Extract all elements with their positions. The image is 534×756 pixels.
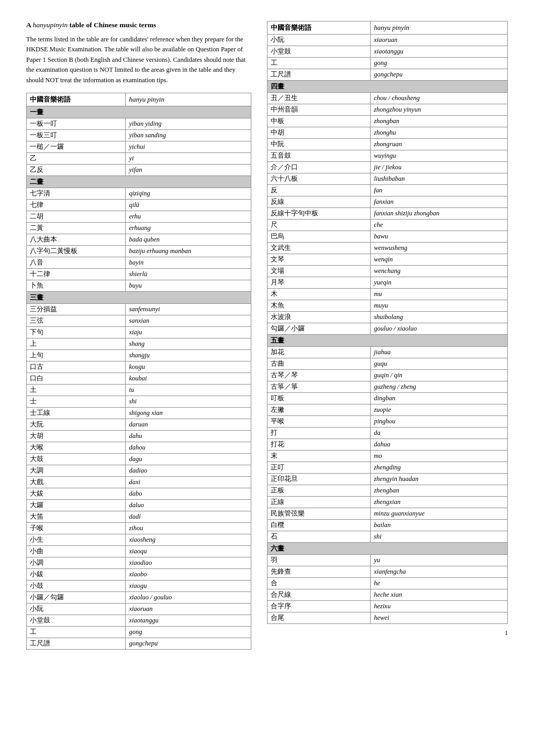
- table-row: 二胡erhu: [27, 211, 251, 222]
- pinyin-term: mo: [371, 451, 508, 462]
- pinyin-term: sanfensunyi: [126, 303, 251, 315]
- table-row: 介／介口jie / jiekou: [268, 162, 508, 173]
- chinese-term: 小調: [27, 557, 126, 568]
- pinyin-term: zhongban: [371, 116, 508, 127]
- pinyin-term: wuyingu: [371, 150, 508, 162]
- table-row: 五音鼓wuyingu: [268, 150, 508, 162]
- table-row: 文場wenchang: [268, 266, 508, 277]
- chinese-term: 一槌／一鑼: [27, 141, 126, 152]
- table-row: 小鈸xiaobo: [27, 568, 251, 580]
- chinese-term: 七律: [27, 199, 126, 211]
- pinyin-term: xiaogu: [126, 580, 251, 591]
- pinyin-term: guqu: [371, 358, 508, 370]
- table-row: 二黃erhuang: [27, 222, 251, 234]
- pinyin-term: shi: [126, 396, 251, 407]
- pinyin-term: chou / chousheng: [371, 93, 508, 104]
- pinyin-term: dingban: [371, 393, 508, 404]
- table-row: 小堂鼓xiaotanggu: [268, 46, 508, 58]
- right-table-header-pinyin: hanyu pinyin: [371, 21, 508, 35]
- chinese-term: 尺: [268, 220, 371, 231]
- table-row: 小生xiaosheng: [27, 534, 251, 545]
- chinese-term: 中阮: [268, 139, 371, 150]
- table-row: 巴烏bawu: [268, 231, 508, 243]
- right-table: 中國音樂術語 hanyu pinyin 小阮xiaoruan小堂鼓xiaotan…: [267, 21, 508, 624]
- pinyin-term: fanxian shiziju zhongban: [371, 208, 508, 220]
- table-row: 正線zhengxian: [268, 497, 508, 508]
- section-header-row: 二畫: [27, 176, 251, 188]
- chinese-term: 反: [268, 185, 371, 196]
- chinese-term: 大笛: [27, 511, 126, 522]
- chinese-term: 小阮: [27, 603, 126, 615]
- chinese-term: 大喉: [27, 442, 126, 453]
- chinese-term: 小曲: [27, 545, 126, 557]
- chinese-term: 三分損益: [27, 303, 126, 315]
- chinese-term: 合尾: [268, 612, 371, 624]
- pinyin-term: koubai: [126, 372, 251, 384]
- chinese-term: 三弦: [27, 315, 126, 326]
- table-row: 工gong: [268, 58, 508, 69]
- table-row: 小曲xiaoqu: [27, 545, 251, 557]
- pinyin-term: yiban sanding: [126, 129, 251, 141]
- chinese-term: 大調: [27, 465, 126, 476]
- pinyin-term: xiaoqu: [126, 545, 251, 557]
- pinyin-term: buyu: [126, 280, 251, 291]
- chinese-term: 正印花旦: [268, 474, 371, 485]
- pinyin-term: xiaoluo / gouluo: [126, 591, 251, 603]
- chinese-term: 中胡: [268, 127, 371, 139]
- section-header-row: 四畫: [268, 81, 508, 93]
- pinyin-term: gongchepu: [126, 638, 251, 649]
- table-row: 一板三叮yiban sanding: [27, 129, 251, 141]
- chinese-term: 文琴: [268, 254, 371, 266]
- table-row: 末mo: [268, 451, 508, 462]
- chinese-term: 古琴／琴: [268, 370, 371, 381]
- pinyin-term: zhongzhou yinyun: [371, 104, 508, 116]
- chinese-term: 八字句二黃慢板: [27, 245, 126, 257]
- pinyin-term: shang: [126, 338, 251, 349]
- chinese-term: 大胡: [27, 430, 126, 442]
- table-row: 三弦sanxian: [27, 315, 251, 326]
- pinyin-term: muyu: [371, 300, 508, 312]
- chinese-term: 中州音韻: [268, 104, 371, 116]
- left-table-header-chinese: 中國音樂術語: [27, 93, 126, 106]
- pinyin-term: yiban yiding: [126, 118, 251, 129]
- chinese-term: 卜魚: [27, 280, 126, 291]
- chinese-term: 打花: [268, 439, 371, 451]
- chinese-term: 合尺線: [268, 589, 371, 601]
- table-row: 木魚muyu: [268, 300, 508, 312]
- pinyin-term: qiziqing: [126, 188, 251, 199]
- chinese-term: 木魚: [268, 300, 371, 312]
- pinyin-term: hezixu: [371, 601, 508, 612]
- pinyin-term: fan: [371, 185, 508, 196]
- chinese-term: 大鼓: [27, 453, 126, 465]
- pinyin-term: shigong xian: [126, 407, 251, 419]
- pinyin-term: he: [371, 578, 508, 589]
- pinyin-term: wenchang: [371, 266, 508, 277]
- pinyin-term: minzu guanxianyue: [371, 508, 508, 520]
- pinyin-term: che: [371, 220, 508, 231]
- table-row: 大喉dahou: [27, 442, 251, 453]
- chinese-term: 打: [268, 428, 371, 439]
- table-row: 上句shangju: [27, 349, 251, 361]
- pinyin-term: heche xian: [371, 589, 508, 601]
- pinyin-term: hewei: [371, 612, 508, 624]
- chinese-term: 月琴: [268, 277, 371, 289]
- chinese-term: 口古: [27, 361, 126, 372]
- table-row: 先鋒查xianfengcha: [268, 566, 508, 578]
- chinese-term: 古曲: [268, 358, 371, 370]
- pinyin-term: yifan: [126, 164, 251, 176]
- table-row: 水波浪shuibolang: [268, 312, 508, 323]
- chinese-term: 文場: [268, 266, 371, 277]
- chinese-term: 勾鑼／小鑼: [268, 323, 371, 335]
- table-row: 卜魚buyu: [27, 280, 251, 291]
- table-row: 石shi: [268, 531, 508, 543]
- table-row: 大阮daruan: [27, 419, 251, 430]
- chinese-term: 正板: [268, 485, 371, 497]
- table-row: 反線十字句中板fanxian shiziju zhongban: [268, 208, 508, 220]
- chinese-term: 正線: [268, 497, 371, 508]
- table-row: 口古kougu: [27, 361, 251, 372]
- pinyin-term: wenqin: [371, 254, 508, 266]
- table-row: 工尺譜gongchepu: [27, 638, 251, 649]
- chinese-term: 小生: [27, 534, 126, 545]
- table-row: 民族管弦樂minzu guanxianyue: [268, 508, 508, 520]
- pinyin-term: wenwusheng: [371, 243, 508, 254]
